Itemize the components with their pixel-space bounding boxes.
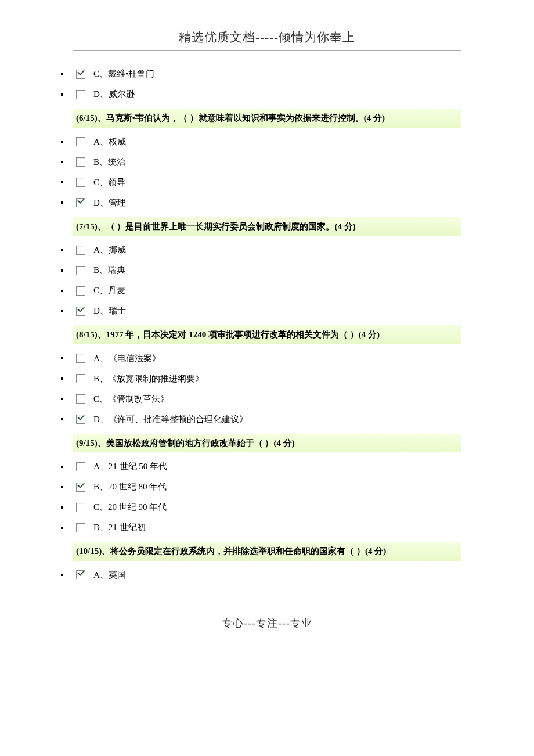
option-checkbox[interactable] [76, 483, 85, 492]
bullet-icon [61, 181, 63, 183]
bullet-icon [61, 527, 63, 529]
option-checkbox[interactable] [76, 90, 85, 99]
bullet-icon [61, 466, 63, 468]
option-checkbox[interactable] [76, 157, 85, 167]
option-row: C、丹麦 [61, 285, 461, 297]
bullet-icon [61, 93, 63, 96]
option-checkbox[interactable] [76, 178, 85, 187]
option-row: D、管理 [61, 197, 461, 209]
question-bar: (7/15)、（ ）是目前世界上唯一长期实行委员会制政府制度的国家。(4 分) [73, 217, 461, 236]
bullet-icon [61, 201, 63, 204]
bullet-icon [61, 73, 63, 75]
option-checkbox[interactable] [76, 394, 85, 404]
option-row: C、《管制改革法》 [61, 393, 461, 405]
question-bar: (6/15)、马克斯•韦伯认为，（ ）就意味着以知识和事实为依据来进行控制。(4… [73, 109, 461, 128]
option-row: D、21 世纪初 [61, 521, 461, 534]
option-row: C、20 世纪 90 年代 [61, 501, 461, 513]
bullet-icon [61, 377, 63, 380]
option-checkbox[interactable] [76, 70, 85, 79]
bullet-icon [61, 161, 63, 163]
option-row: B、《放宽限制的推进纲要》 [61, 373, 461, 385]
option-label: A、《电信法案》 [93, 352, 161, 365]
option-checkbox[interactable] [76, 354, 85, 363]
option-row: D、瑞士 [61, 305, 461, 317]
option-checkbox[interactable] [76, 523, 85, 532]
option-label: A、英国 [93, 569, 126, 581]
option-label: B、《放宽限制的推进纲要》 [93, 373, 204, 385]
bullet-icon [61, 357, 63, 359]
option-checkbox[interactable] [76, 137, 85, 146]
option-label: B、瑞典 [93, 264, 125, 276]
option-label: D、威尔逊 [93, 88, 135, 100]
option-checkbox[interactable] [76, 503, 85, 512]
bullet-icon [61, 398, 63, 400]
option-label: C、《管制改革法》 [93, 393, 169, 405]
bullet-icon [61, 486, 63, 488]
option-label: C、20 世纪 90 年代 [93, 501, 167, 513]
option-checkbox[interactable] [76, 570, 85, 579]
question-bar: (10/15)、将公务员限定在行政系统内，并排除选举职和任命职的国家有（ ）(4… [73, 542, 461, 561]
question-bar: (9/15)、美国放松政府管制的地方行政改革始于（ ）(4 分) [73, 434, 461, 453]
option-label: C、丹麦 [93, 285, 125, 297]
page-title: 精选优质文档-----倾情为你奉上 [73, 29, 461, 51]
option-row: A、21 世纪 50 年代 [61, 460, 461, 473]
option-label: A、21 世纪 50 年代 [93, 460, 167, 473]
option-row: B、瑞典 [61, 264, 461, 276]
option-checkbox[interactable] [76, 286, 85, 296]
option-label: A、挪威 [93, 244, 126, 256]
bullet-icon [61, 506, 63, 509]
option-checkbox[interactable] [76, 462, 85, 471]
bullet-icon [61, 574, 63, 576]
option-label: C、领导 [93, 177, 125, 189]
bullet-icon [61, 269, 63, 272]
option-label: D、21 世纪初 [93, 521, 146, 534]
option-checkbox[interactable] [76, 307, 85, 316]
bullet-icon [61, 141, 63, 143]
option-row: A、挪威 [61, 244, 461, 256]
page-footer: 专心---专注---专业 [73, 616, 461, 630]
option-row: D、威尔逊 [61, 88, 461, 100]
option-row: A、《电信法案》 [61, 352, 461, 365]
option-label: D、管理 [93, 197, 126, 209]
question-bar: (8/15)、1977 年，日本决定对 1240 项审批事项进行改革的相关文件为… [73, 325, 461, 344]
bullet-icon [61, 418, 63, 420]
option-label: A、权威 [93, 136, 126, 148]
option-row: A、英国 [61, 569, 461, 581]
option-label: C、戴维•杜鲁门 [93, 68, 154, 80]
option-checkbox[interactable] [76, 198, 85, 207]
bullet-icon [61, 290, 63, 292]
option-checkbox[interactable] [76, 374, 85, 383]
option-row: A、权威 [61, 136, 461, 148]
option-label: D、《许可、批准等整顿的合理化建议》 [93, 413, 248, 426]
bullet-icon [61, 310, 63, 312]
option-label: B、20 世纪 80 年代 [93, 481, 167, 493]
option-row: C、戴维•杜鲁门 [61, 68, 461, 80]
page-container: 精选优质文档-----倾情为你奉上 C、戴维•杜鲁门D、威尔逊(6/15)、马克… [0, 0, 534, 653]
option-row: B、统治 [61, 156, 461, 168]
option-row: D、《许可、批准等整顿的合理化建议》 [61, 413, 461, 426]
option-row: B、20 世纪 80 年代 [61, 481, 461, 493]
option-label: D、瑞士 [93, 305, 126, 317]
option-label: B、统治 [93, 156, 125, 168]
option-row: C、领导 [61, 177, 461, 189]
option-checkbox[interactable] [76, 415, 85, 424]
option-checkbox[interactable] [76, 266, 85, 275]
bullet-icon [61, 249, 63, 251]
option-checkbox[interactable] [76, 246, 85, 255]
content-area: C、戴维•杜鲁门D、威尔逊(6/15)、马克斯•韦伯认为，（ ）就意味着以知识和… [73, 68, 461, 581]
